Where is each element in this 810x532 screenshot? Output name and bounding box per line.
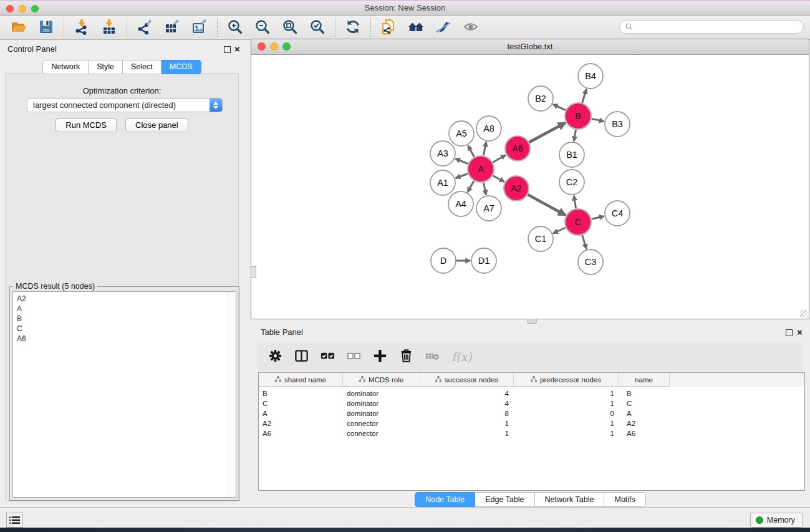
edge-A-A5[interactable] [468, 145, 475, 157]
edge-A2-C[interactable] [528, 195, 565, 215]
node-A7[interactable]: A7 [476, 196, 501, 221]
network-close-traffic-light-icon[interactable] [258, 42, 266, 51]
node-A8[interactable]: A8 [476, 116, 501, 141]
network-graph[interactable]: B4B2BB3A5A8A6B1A3AC2A1A2A4A7C4CC1C3DD1 [251, 55, 809, 319]
hide-labels-button[interactable] [430, 17, 457, 37]
edge-A-A8[interactable] [483, 142, 486, 156]
zoom-fit-button[interactable] [276, 17, 304, 37]
edge-B-B2[interactable] [553, 104, 566, 110]
network-zoom-traffic-light-icon[interactable] [282, 42, 291, 51]
criterion-dropdown[interactable]: largest connected component (directed) [27, 98, 223, 112]
network-window-titlebar[interactable]: testGlobe.txt [251, 39, 809, 55]
tab-node-table[interactable]: Node Table [415, 492, 475, 507]
table-row[interactable]: Cdominator41C [259, 399, 804, 409]
mcds-result-item[interactable]: B [17, 314, 236, 324]
column-header-mcds-role[interactable]: MCDS role [343, 373, 420, 387]
export-image-button[interactable] [186, 17, 213, 37]
zoom-traffic-light-icon[interactable] [31, 5, 39, 12]
search-input[interactable] [637, 22, 803, 32]
task-history-button[interactable] [6, 513, 23, 528]
tab-motifs[interactable]: Motifs [604, 492, 645, 507]
node-D[interactable]: D [431, 248, 456, 273]
export-network-button[interactable] [131, 17, 158, 37]
mcds-result-item[interactable]: C [17, 324, 236, 334]
close-panel-button[interactable]: Close panel [125, 118, 188, 132]
import-network-button[interactable] [68, 17, 95, 37]
memory-button[interactable]: Memory [750, 513, 803, 528]
resize-grip-icon[interactable] [800, 310, 808, 318]
delete-table-button[interactable] [422, 346, 443, 367]
select-all-button[interactable] [317, 346, 338, 367]
network-document-button[interactable] [375, 17, 402, 37]
edge-C-C1[interactable] [553, 228, 566, 233]
export-table-button[interactable] [158, 17, 186, 37]
mcds-result-list[interactable]: A2ABCA6 [12, 291, 236, 498]
node-B3[interactable]: B3 [605, 112, 630, 137]
edge-C-C4[interactable] [592, 216, 604, 219]
delete-row-button[interactable] [395, 346, 417, 367]
edge-A-A6[interactable] [493, 155, 506, 163]
node-B4[interactable]: B4 [578, 64, 603, 89]
table-panel-close-button[interactable]: × [797, 329, 803, 336]
column-header-successor-nodes[interactable]: successor nodes [420, 373, 514, 387]
function-builder-button[interactable]: f(x) [451, 350, 472, 364]
add-row-button[interactable] [369, 346, 390, 367]
splitter-grip-vertical[interactable] [251, 266, 256, 278]
node-A6[interactable]: A6 [505, 136, 530, 161]
edge-B-B3[interactable] [592, 118, 604, 121]
zoom-out-button[interactable] [249, 17, 276, 37]
node-A1[interactable]: A1 [430, 170, 455, 195]
node-A2[interactable]: A2 [504, 176, 529, 201]
import-table-button[interactable] [95, 17, 123, 37]
search-box[interactable] [619, 20, 804, 34]
node-A[interactable]: A [468, 156, 494, 182]
table-row[interactable]: Bdominator41B [259, 389, 804, 399]
edge-A6-B[interactable] [529, 123, 566, 142]
node-C1[interactable]: C1 [528, 226, 553, 251]
edge-B-B1[interactable] [574, 130, 576, 142]
table-panel-float-button[interactable] [786, 329, 793, 336]
column-header-name[interactable]: name [619, 373, 670, 387]
column-header-shared-name[interactable]: shared name [259, 373, 343, 387]
node-B[interactable]: B [565, 103, 591, 129]
node-A4[interactable]: A4 [448, 191, 473, 216]
edge-A-A1[interactable] [456, 174, 468, 178]
tab-network[interactable]: Network [42, 60, 89, 74]
tab-edge-table[interactable]: Edge Table [475, 492, 534, 507]
node-C[interactable]: C [565, 209, 591, 235]
edge-A-A3[interactable] [455, 158, 468, 163]
home-button[interactable] [402, 17, 430, 37]
splitter-grip-horizontal[interactable] [527, 319, 537, 324]
node-A3[interactable]: A3 [430, 141, 455, 166]
zoom-in-button[interactable] [221, 17, 249, 37]
mcds-result-item[interactable]: A6 [17, 334, 236, 344]
node-D1[interactable]: D1 [471, 248, 496, 273]
table-row[interactable]: Adominator80A [259, 409, 804, 418]
node-C3[interactable]: C3 [578, 249, 603, 274]
tab-mcds[interactable]: MCDS [162, 60, 201, 74]
network-canvas[interactable]: B4B2BB3A5A8A6B1A3AC2A1A2A4A7C4CC1C3DD1 [251, 55, 809, 319]
table-row[interactable]: A6connector11A6 [259, 428, 804, 438]
node-A5[interactable]: A5 [449, 121, 474, 146]
edge-C-C2[interactable] [574, 196, 576, 209]
tab-network-table[interactable]: Network Table [535, 492, 605, 507]
split-view-button[interactable] [291, 346, 312, 367]
refresh-button[interactable] [339, 17, 367, 37]
tab-select[interactable]: Select [123, 60, 162, 74]
control-panel-close-button[interactable]: × [234, 46, 240, 53]
tab-style[interactable]: Style [89, 60, 123, 74]
save-button[interactable] [32, 17, 60, 37]
show-hide-button[interactable] [457, 17, 485, 37]
edge-A-A2[interactable] [493, 176, 504, 182]
table-row[interactable]: A2connector11A2 [259, 418, 804, 428]
node-B2[interactable]: B2 [528, 86, 553, 111]
node-C2[interactable]: C2 [559, 170, 584, 195]
result-scrollbar[interactable] [227, 292, 236, 497]
mcds-result-item[interactable]: A [17, 304, 236, 314]
column-header-predecessor-nodes[interactable]: predecessor nodes [514, 373, 619, 387]
open-button[interactable] [5, 17, 32, 37]
settings-button[interactable] [264, 346, 286, 367]
edge-A-A4[interactable] [468, 181, 474, 192]
minimize-traffic-light-icon[interactable] [19, 5, 26, 12]
edge-C-C3[interactable] [582, 235, 587, 249]
